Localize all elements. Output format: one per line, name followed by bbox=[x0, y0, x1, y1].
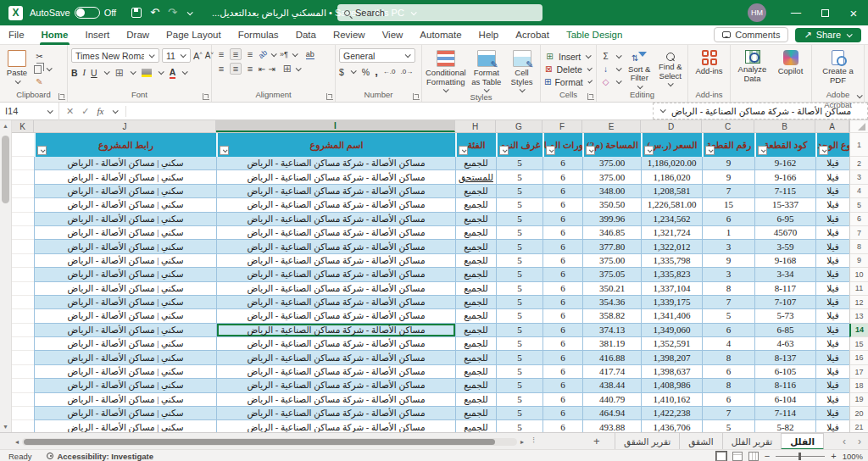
cell-E4[interactable]: 348.00 bbox=[582, 185, 641, 198]
align-left-icon[interactable]: ≡ bbox=[215, 64, 227, 74]
cell-K7[interactable] bbox=[12, 226, 34, 240]
cell-A4[interactable]: فيلا bbox=[815, 185, 849, 198]
row-header-17[interactable]: 17 bbox=[849, 365, 868, 379]
cell-E2[interactable]: 375.00 bbox=[582, 157, 641, 170]
cell-A2[interactable]: فيلا bbox=[815, 157, 849, 170]
cell-F16[interactable]: 6 bbox=[542, 351, 582, 364]
cell-K15[interactable] bbox=[12, 337, 34, 351]
cell-B5[interactable]: 15-337 bbox=[754, 198, 815, 212]
cell-J7[interactable]: سكني | مساكن الأصالة - الرياض bbox=[34, 226, 216, 240]
cell-H2[interactable]: للجميع bbox=[455, 157, 496, 170]
number-format-select[interactable]: General bbox=[339, 48, 415, 63]
cell-H7[interactable]: للجميع bbox=[455, 226, 496, 240]
tab-table-design[interactable]: Table Design bbox=[558, 25, 631, 45]
column-header-A[interactable]: A bbox=[815, 120, 849, 132]
cell-I13[interactable]: مساكن الأصالة - شركة مساكن الصناعية - ال… bbox=[216, 309, 455, 323]
cell-I12[interactable]: مساكن الأصالة - شركة مساكن الصناعية - ال… bbox=[216, 296, 455, 309]
cells-dialog-launcher-icon[interactable] bbox=[587, 93, 594, 100]
filter-button-c[interactable] bbox=[705, 146, 715, 155]
fill-button[interactable]: ↓ bbox=[600, 63, 622, 75]
font-color-button[interactable]: A bbox=[170, 67, 176, 79]
cell-G9[interactable]: 5 bbox=[496, 254, 542, 268]
tab-automate[interactable]: Automate bbox=[411, 25, 470, 45]
scroll-right-icon[interactable]: ▸ bbox=[520, 438, 524, 446]
cell-D19[interactable]: 1,410,162 bbox=[641, 393, 702, 407]
cell-J9[interactable]: سكني | مساكن الأصالة - الرياض bbox=[34, 254, 216, 268]
conditional-formatting-button[interactable]: Conditional Formatting bbox=[426, 48, 466, 92]
cell-F18[interactable]: 6 bbox=[542, 379, 582, 392]
cell-J15[interactable]: سكني | مساكن الأصالة - الرياض bbox=[34, 337, 216, 351]
cell-C8[interactable]: 3 bbox=[702, 240, 754, 253]
ltr-paragraph-button[interactable]: »¶ bbox=[280, 50, 288, 58]
cell-K3[interactable] bbox=[12, 170, 34, 184]
table-header-b[interactable]: كود القطعة bbox=[754, 133, 815, 157]
alignment-dialog-launcher-icon[interactable] bbox=[326, 93, 333, 100]
cell-E5[interactable]: 350.50 bbox=[582, 198, 641, 212]
cell-J16[interactable]: سكني | مساكن الأصالة - الرياض bbox=[34, 351, 216, 364]
comments-button[interactable]: Comments bbox=[714, 27, 788, 42]
cell-C3[interactable]: 9 bbox=[702, 170, 754, 184]
italic-button[interactable]: I bbox=[83, 68, 86, 77]
cell-F8[interactable]: 6 bbox=[542, 240, 582, 253]
cell-D6[interactable]: 1,234,562 bbox=[641, 213, 702, 226]
copy-button[interactable] bbox=[34, 63, 53, 75]
cell-G11[interactable]: 5 bbox=[496, 282, 542, 296]
cell-F10[interactable]: 6 bbox=[542, 268, 582, 281]
tab-draw[interactable]: Draw bbox=[118, 25, 158, 45]
clear-button[interactable]: ◇ bbox=[600, 75, 622, 88]
cell-F11[interactable]: 6 bbox=[542, 282, 582, 296]
cell-J5[interactable]: سكني | مساكن الأصالة - الرياض bbox=[34, 198, 216, 212]
cell-K11[interactable] bbox=[12, 282, 34, 296]
cell-I6[interactable]: مساكن الأصالة - شركة مساكن الصناعية - ال… bbox=[216, 213, 455, 226]
column-header-B[interactable]: B bbox=[754, 120, 815, 132]
cell-G15[interactable]: 5 bbox=[496, 337, 542, 351]
accessibility-status[interactable]: Accessibility: Investigate bbox=[47, 452, 153, 461]
tab-formulas[interactable]: Formulas bbox=[230, 25, 287, 45]
cell-D14[interactable]: 1,349,060 bbox=[641, 324, 702, 337]
column-header-K[interactable]: K bbox=[12, 120, 34, 132]
percent-style-button[interactable]: % bbox=[362, 67, 370, 77]
cell-A11[interactable]: فيلا bbox=[815, 282, 849, 296]
cell-J3[interactable]: سكني | مساكن الأصالة - الرياض bbox=[34, 170, 216, 184]
cell-K8[interactable] bbox=[12, 240, 34, 253]
zoom-out-button[interactable]: − bbox=[765, 451, 770, 461]
row-header-6[interactable]: 6 bbox=[849, 213, 868, 226]
cell-J20[interactable]: سكني | مساكن الأصالة - الرياض bbox=[34, 407, 216, 420]
tab-insert[interactable]: Insert bbox=[76, 25, 118, 45]
cell-K14[interactable] bbox=[12, 324, 34, 337]
tab-help[interactable]: Help bbox=[470, 25, 508, 45]
cell-D17[interactable]: 1,398,637 bbox=[641, 365, 702, 379]
cell-K16[interactable] bbox=[12, 351, 34, 364]
autosave-toggle[interactable]: AutoSave Off bbox=[30, 7, 116, 19]
cell-B3[interactable]: 9-166 bbox=[754, 170, 815, 184]
table-header-d[interactable]: السعر (ر.س) bbox=[641, 133, 702, 157]
row-header-13[interactable]: 13 bbox=[849, 309, 868, 323]
cell-A15[interactable]: فيلا bbox=[815, 337, 849, 351]
scroll-down-icon[interactable]: ▼ bbox=[3, 424, 8, 430]
filter-button-b[interactable] bbox=[758, 146, 767, 155]
cell-E12[interactable]: 354.36 bbox=[582, 296, 641, 309]
cell-J10[interactable]: سكني | مساكن الأصالة - الرياض bbox=[34, 268, 216, 281]
cell-K10[interactable] bbox=[12, 268, 34, 281]
filter-button-g[interactable] bbox=[499, 146, 509, 155]
row-header-9[interactable]: 9 bbox=[849, 254, 868, 268]
cell-F6[interactable]: 6 bbox=[542, 213, 582, 226]
select-all-corner[interactable] bbox=[849, 120, 868, 133]
cell-G18[interactable]: 5 bbox=[496, 379, 542, 392]
cell-E10[interactable]: 375.05 bbox=[582, 268, 641, 281]
cell-B7[interactable]: 45670 bbox=[754, 226, 815, 240]
cell-C7[interactable]: 1 bbox=[702, 226, 754, 240]
cell-styles-button[interactable]: ✎ Cell Styles bbox=[507, 48, 537, 92]
underline-button[interactable]: U bbox=[91, 68, 97, 78]
cell-B19[interactable]: 6-104 bbox=[754, 393, 815, 407]
cell-G16[interactable]: 5 bbox=[496, 351, 542, 364]
function-dropdown-icon[interactable] bbox=[113, 108, 119, 114]
wrap-text-button[interactable]: ab bbox=[306, 50, 314, 59]
cell-H4[interactable]: للجميع bbox=[455, 185, 496, 198]
cell-F13[interactable]: 6 bbox=[542, 309, 582, 323]
column-header-E[interactable]: E bbox=[582, 120, 641, 132]
cell-C11[interactable]: 8 bbox=[702, 282, 754, 296]
row-header-12[interactable]: 12 bbox=[849, 296, 868, 309]
align-top-icon[interactable]: ≡ bbox=[215, 49, 227, 59]
confirm-entry-icon[interactable]: ✓ bbox=[81, 106, 89, 117]
